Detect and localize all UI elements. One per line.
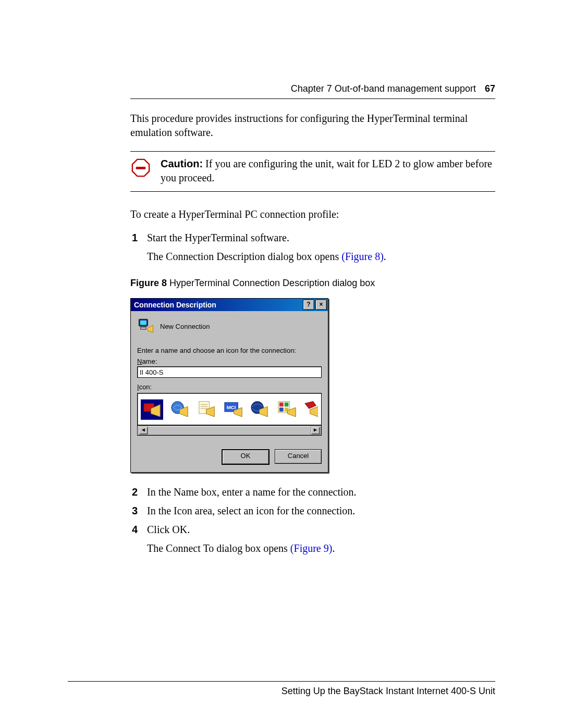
icon-strip: MCI — [137, 393, 322, 425]
new-connection-row: New Connection — [137, 317, 322, 335]
footer-rule — [68, 681, 495, 682]
step-text: In the Name box, enter a name for the co… — [147, 484, 495, 500]
icon-option-7[interactable] — [303, 399, 318, 420]
page-number: 67 — [485, 83, 495, 94]
dialog-titlebar: Connection Description ? × — [131, 299, 328, 311]
new-connection-icon — [137, 317, 155, 335]
lead-in: To create a HyperTerminal PC connection … — [130, 207, 495, 221]
svg-marker-27 — [305, 401, 316, 409]
svg-rect-24 — [279, 408, 283, 412]
dialog-body: New Connection Enter a name and choose a… — [131, 311, 328, 472]
ok-button[interactable]: OK — [222, 449, 270, 465]
cancel-button[interactable]: Cancel — [275, 449, 322, 464]
caution-text: Caution: If you are configuring the unit… — [161, 157, 495, 185]
help-button[interactable]: ? — [303, 300, 314, 310]
svg-marker-5 — [148, 325, 153, 332]
figure-caption: Figure 8 HyperTerminal Connection Descri… — [130, 278, 495, 289]
step-text: In the Icon area, select an icon for the… — [147, 503, 495, 519]
footer-text: Setting Up the BayStack Instant Internet… — [68, 686, 495, 697]
dialog-button-row: OK Cancel — [137, 449, 322, 465]
step-list-bottom: 2 In the Name box, enter a name for the … — [130, 484, 495, 537]
chapter-title: Chapter 7 Out-of-band management support — [291, 83, 476, 94]
step-number: 3 — [130, 503, 138, 519]
dialog-prompt: Enter a name and choose an icon for the … — [137, 347, 322, 354]
icon-field-label: Icon: — [137, 383, 322, 391]
scroll-right-icon[interactable]: ► — [311, 426, 320, 435]
svg-rect-23 — [284, 402, 288, 406]
svg-rect-22 — [279, 402, 283, 406]
step-text: Start the HyperTerminal software. — [147, 230, 495, 245]
header-rule — [130, 98, 495, 99]
document-page: Chapter 7 Out-of-band management support… — [0, 0, 563, 728]
intro-paragraph: This procedure provides instructions for… — [130, 112, 495, 140]
step-list-top: 1 Start the HyperTerminal software. — [130, 230, 495, 245]
step-number: 4 — [130, 522, 138, 537]
step-number: 1 — [130, 230, 138, 245]
new-connection-label: New Connection — [160, 323, 210, 330]
icon-option-2[interactable] — [169, 399, 190, 420]
caution-label: Caution: — [161, 158, 203, 169]
figure-label: Figure 8 — [130, 278, 167, 288]
step-number: 2 — [130, 484, 138, 500]
connection-description-dialog: Connection Description ? × New Connectio… — [130, 298, 328, 473]
step-text: Click OK. — [147, 522, 495, 537]
svg-rect-1 — [136, 167, 146, 169]
step-sub: The Connect To dialog box opens (Figure … — [147, 540, 495, 556]
page-footer: Setting Up the BayStack Instant Internet… — [68, 681, 495, 697]
running-header: Chapter 7 Out-of-band management support… — [130, 83, 495, 94]
step-item: 1 Start the HyperTerminal software. — [130, 230, 495, 245]
icon-option-1[interactable] — [141, 399, 163, 420]
caution-block: Caution: If you are configuring the unit… — [130, 151, 495, 192]
icon-picker[interactable]: MCI — [137, 393, 322, 436]
svg-marker-28 — [310, 406, 318, 417]
scroll-left-icon[interactable]: ◄ — [139, 426, 148, 435]
dialog-title: Connection Description — [134, 301, 302, 309]
figure-caption-text: HyperTerminal Connection Description dia… — [167, 278, 375, 288]
step-item: 4 Click OK. — [130, 522, 495, 537]
name-input[interactable] — [137, 366, 322, 378]
icon-option-6[interactable] — [276, 399, 297, 420]
step-item: 3 In the Icon area, select an icon for t… — [130, 503, 495, 519]
svg-text:MCI: MCI — [227, 404, 236, 410]
svg-rect-4 — [141, 327, 146, 329]
content-column: Chapter 7 Out-of-band management support… — [130, 83, 495, 556]
figure-link[interactable]: (Figure 8) — [341, 251, 384, 262]
step-item: 2 In the Name box, enter a name for the … — [130, 484, 495, 500]
step-sub: The Connection Description dialog box op… — [147, 249, 495, 264]
icon-option-4[interactable]: MCI — [223, 399, 243, 420]
icon-scrollbar[interactable]: ◄ ► — [137, 425, 322, 436]
svg-rect-3 — [140, 320, 146, 325]
name-field-label: Name: — [137, 357, 322, 365]
icon-option-3[interactable] — [196, 399, 216, 420]
icon-option-5[interactable] — [249, 399, 270, 420]
close-button[interactable]: × — [315, 300, 327, 310]
caution-icon — [130, 157, 151, 178]
caution-body: If you are configuring the unit, wait fo… — [161, 158, 492, 183]
figure-link[interactable]: (Figure 9) — [290, 542, 333, 554]
